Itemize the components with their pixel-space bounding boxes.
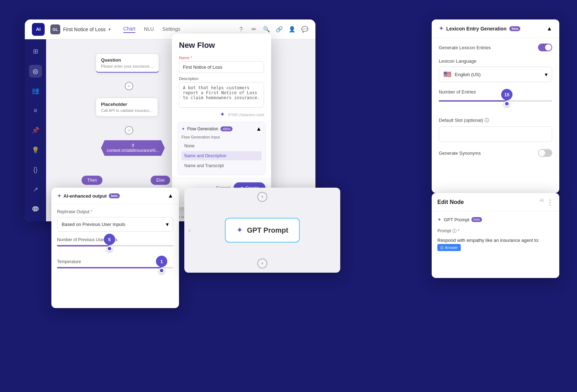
flow-avatar: GL xyxy=(50,24,60,34)
synonyms-row: Generate Synonyms xyxy=(439,149,552,157)
plus-1[interactable]: + xyxy=(125,82,133,90)
answer-badge[interactable]: ⊡ Answer xyxy=(437,244,461,251)
entries-slider[interactable]: 15 xyxy=(439,100,552,109)
edit-icon[interactable]: ✏ xyxy=(250,26,257,33)
link-icon[interactable]: 🔗 xyxy=(276,26,283,33)
fg-option-name-transcript[interactable]: Name and Transcript xyxy=(181,161,262,170)
default-slot-label: Default Slot (optional) ⓘ xyxy=(439,117,552,124)
then-node[interactable]: Then xyxy=(82,176,102,185)
if-node[interactable]: If context.isValidInsuranceN... xyxy=(101,140,165,156)
flag-icon: 🇺🇸 xyxy=(443,70,451,78)
more-icon[interactable]: ⋮ xyxy=(547,198,554,206)
num-inputs-fill xyxy=(57,245,110,246)
edit-title: Edit Node xyxy=(437,199,464,205)
synonyms-label: Generate Synonyms xyxy=(439,150,481,156)
ai-header: ✦ AI-enhanced output beta ▲ xyxy=(51,188,179,204)
app-logo: AI xyxy=(32,23,45,36)
entries-slider-thumb[interactable] xyxy=(504,101,510,107)
sidebar-item-bulb[interactable]: 💡 xyxy=(29,144,42,157)
entries-label: Number of Entries xyxy=(439,89,552,95)
generate-label: Generate Lexicon Entries xyxy=(439,45,491,50)
sidebar-item-code[interactable]: {} xyxy=(29,164,42,176)
name-input[interactable] xyxy=(179,61,264,73)
temperature-fill xyxy=(57,267,162,268)
num-inputs-bubble: 5 xyxy=(104,234,115,245)
lexicon-badge: beta xyxy=(509,26,520,31)
fg-collapse-icon[interactable]: ▲ xyxy=(256,126,262,132)
num-inputs-slider[interactable]: 5 xyxy=(57,245,173,254)
question-node-1[interactable]: Question Please enter your insurance ... xyxy=(96,53,159,73)
arrow-left-icon: ‹ xyxy=(189,227,191,234)
temperature-thumb[interactable] xyxy=(159,268,164,273)
user-icon[interactable]: 👤 xyxy=(288,26,296,33)
ai-badge: beta xyxy=(109,193,120,198)
lexicon-collapse-icon[interactable]: ▲ xyxy=(547,25,552,32)
plus-top[interactable]: + xyxy=(257,192,267,202)
ai-body: Rephrase Output * Based on Previous User… xyxy=(51,204,179,289)
language-selector[interactable]: 🇺🇸 English (US) ▾ xyxy=(439,67,552,82)
sidebar-item-arrow[interactable]: ↗ xyxy=(29,183,42,196)
help-icon[interactable]: ? xyxy=(237,26,245,33)
name-label: Name * xyxy=(179,56,264,60)
flow-name: First Notice of Loss xyxy=(63,27,106,32)
tab-settings[interactable]: Settings xyxy=(162,26,180,33)
main-header: AI GL First Notice of Loss ▾ Chart NLU S… xyxy=(25,19,315,39)
tab-chart[interactable]: Chart xyxy=(123,26,135,33)
sidebar-item-target[interactable]: ◎ xyxy=(29,65,42,78)
chevron-down-icon: ▾ xyxy=(166,221,169,228)
chat-icon[interactable]: 💬 xyxy=(301,26,308,33)
prompt-label: Prompt ⓘ * xyxy=(437,228,554,234)
prompt-text: Respond with empathy like an insurance a… xyxy=(437,237,554,251)
lexicon-title: ✦ Lexicon Entry Generation beta xyxy=(439,25,520,32)
sidebar-item-chat[interactable]: 💬 xyxy=(29,203,42,216)
tab-nlu[interactable]: NLU xyxy=(144,26,154,33)
chevron-down-icon: ▾ xyxy=(545,71,548,78)
gpt-prompt-label: GPT Prompt xyxy=(444,217,469,222)
lexicon-body: Generate Lexicon Entries Lexicon Languag… xyxy=(432,38,559,170)
search-icon[interactable]: 🔍 xyxy=(263,26,270,33)
edit-body: ✦ GPT Prompt beta Prompt ⓘ * Respond wit… xyxy=(432,212,559,256)
synonyms-toggle[interactable] xyxy=(538,149,552,157)
header-icons: ? ✏ 🔍 🔗 👤 💬 xyxy=(237,26,308,33)
rephrase-value: Based on Previous User Inputs xyxy=(62,222,125,227)
ai-collapse-icon[interactable]: ▲ xyxy=(168,193,173,199)
entries-slider-track xyxy=(439,100,552,102)
gpt-prompt-icon: ✦ xyxy=(236,226,243,235)
rephrase-label: Rephrase Output * xyxy=(57,209,173,214)
placeholder-node-subtitle: Call API to validate insuranc... xyxy=(101,108,153,113)
ai-title: ✦ AI-enhanced output beta xyxy=(57,193,120,199)
ai-enhanced-panel: ✦ AI-enhanced output beta ▲ Rephrase Out… xyxy=(51,188,179,308)
sidebar-item-grid[interactable]: ⊞ xyxy=(29,45,42,58)
flow-selector[interactable]: GL First Notice of Loss ▾ xyxy=(50,24,111,34)
generate-row: Generate Lexicon Entries xyxy=(439,44,552,51)
chevron-down-icon: ▾ xyxy=(108,27,111,32)
generate-toggle[interactable] xyxy=(538,44,552,51)
plus-bottom[interactable]: + xyxy=(257,259,267,268)
plus-2[interactable]: + xyxy=(125,126,133,135)
fg-option-none[interactable]: None xyxy=(181,141,262,150)
sidebar-item-users[interactable]: 👥 xyxy=(29,85,42,97)
modal-title: New Flow xyxy=(179,41,264,50)
else-node[interactable]: Else xyxy=(151,176,170,185)
default-slot-input[interactable] xyxy=(439,126,552,142)
default-slot-info-icon: ⓘ xyxy=(484,118,489,123)
entries-slider-fill xyxy=(439,100,507,102)
gpt-node-panel: + ‹ ✦ GPT Prompt + xyxy=(184,188,340,273)
placeholder-node[interactable]: Placeholder Call API to validate insuran… xyxy=(96,98,158,117)
sidebar-item-pin[interactable]: 📌 xyxy=(29,124,42,137)
fg-option-name-desc[interactable]: Name and Description xyxy=(181,151,262,160)
ai-assist-icon[interactable]: ✦ xyxy=(220,110,225,118)
if-line1: If xyxy=(107,143,159,148)
num-inputs-thumb[interactable] xyxy=(107,246,112,251)
gpt-node-title: GPT Prompt xyxy=(247,226,288,234)
temperature-slider[interactable]: 1 xyxy=(57,267,173,275)
description-label: Description xyxy=(179,76,264,81)
sidebar: ⊞ ◎ 👥 ≡ 📌 💡 {} ↗ 💬 xyxy=(25,39,46,221)
sidebar-item-list[interactable]: ≡ xyxy=(29,104,42,117)
then-label: Then xyxy=(87,178,97,183)
gpt-node[interactable]: ✦ GPT Prompt xyxy=(225,218,300,243)
rephrase-dropdown[interactable]: Based on Previous User Inputs ▾ xyxy=(57,217,173,232)
temperature-bubble: 1 xyxy=(156,256,167,267)
description-textarea[interactable]: A bot that helps customers report a Firs… xyxy=(179,82,264,108)
fg-input-label: Flow Generation Input xyxy=(181,135,262,139)
